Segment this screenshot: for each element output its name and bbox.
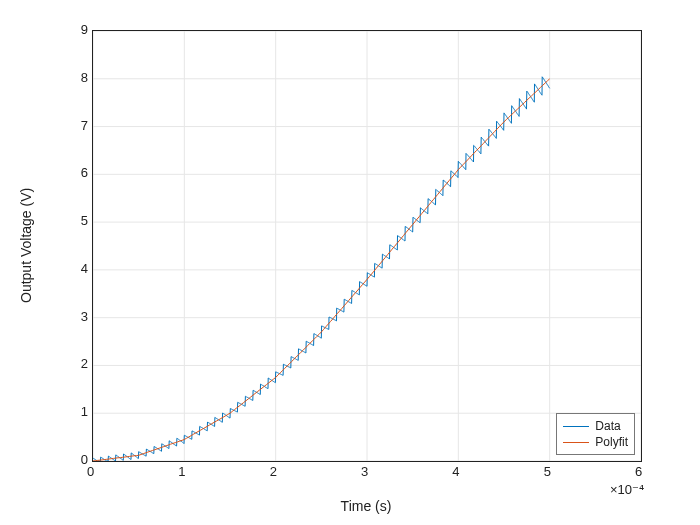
y-tick: 0	[74, 452, 88, 467]
data-series-group	[93, 77, 550, 461]
legend-swatch-data	[563, 426, 589, 427]
y-tick: 3	[74, 309, 88, 324]
x-tick: 0	[87, 464, 94, 479]
x-tick: 3	[361, 464, 368, 479]
series-data	[93, 77, 550, 461]
y-tick: 2	[74, 356, 88, 371]
x-tick: 4	[452, 464, 459, 479]
legend-label-polyfit: Polyfit	[595, 434, 628, 450]
y-tick: 5	[74, 213, 88, 228]
y-tick: 4	[74, 261, 88, 276]
y-tick: 6	[74, 165, 88, 180]
legend-swatch-polyfit	[563, 442, 589, 443]
x-tick: 2	[270, 464, 277, 479]
matlab-figure: Output Voltage (V) Data Polyfit 0123456 …	[0, 0, 700, 525]
plot-canvas	[93, 31, 641, 461]
y-axis-label: Output Voltage (V)	[18, 30, 34, 460]
y-tick: 9	[74, 22, 88, 37]
x-tick: 1	[178, 464, 185, 479]
legend[interactable]: Data Polyfit	[556, 413, 635, 455]
y-tick: 8	[74, 70, 88, 85]
x-tick: 5	[544, 464, 551, 479]
x-axis-exponent: ×10⁻⁴	[610, 482, 644, 497]
y-tick: 7	[74, 118, 88, 133]
x-axis-label: Time (s)	[92, 498, 640, 514]
legend-entry-polyfit: Polyfit	[563, 434, 628, 450]
legend-entry-data: Data	[563, 418, 628, 434]
plot-axes[interactable]: Data Polyfit	[92, 30, 642, 462]
x-tick: 6	[635, 464, 642, 479]
legend-label-data: Data	[595, 418, 620, 434]
gridlines	[93, 31, 641, 461]
y-tick: 1	[74, 404, 88, 419]
